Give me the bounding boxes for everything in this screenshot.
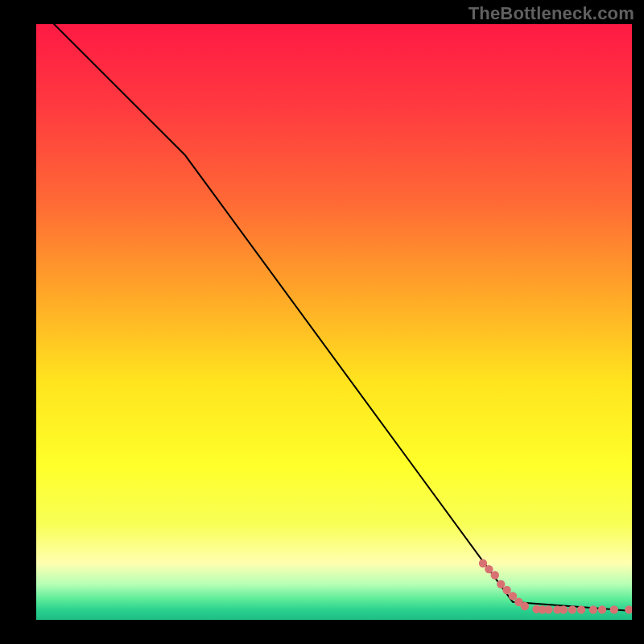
svg-point-1 bbox=[479, 559, 487, 568]
svg-rect-0 bbox=[36, 24, 632, 620]
svg-point-15 bbox=[577, 605, 585, 613]
svg-point-5 bbox=[502, 586, 510, 594]
chart-plot bbox=[36, 24, 632, 620]
svg-point-2 bbox=[485, 565, 493, 573]
svg-point-6 bbox=[509, 592, 517, 600]
chart-frame: TheBottleneck.com bbox=[0, 0, 644, 644]
svg-point-13 bbox=[559, 605, 568, 613]
svg-point-4 bbox=[497, 580, 505, 588]
svg-point-11 bbox=[544, 605, 552, 613]
svg-point-8 bbox=[521, 602, 529, 610]
svg-point-3 bbox=[491, 571, 499, 579]
svg-point-18 bbox=[610, 605, 618, 613]
attribution-text: TheBottleneck.com bbox=[469, 3, 634, 24]
svg-point-16 bbox=[589, 605, 597, 613]
svg-point-14 bbox=[568, 605, 576, 613]
svg-point-17 bbox=[598, 605, 606, 613]
